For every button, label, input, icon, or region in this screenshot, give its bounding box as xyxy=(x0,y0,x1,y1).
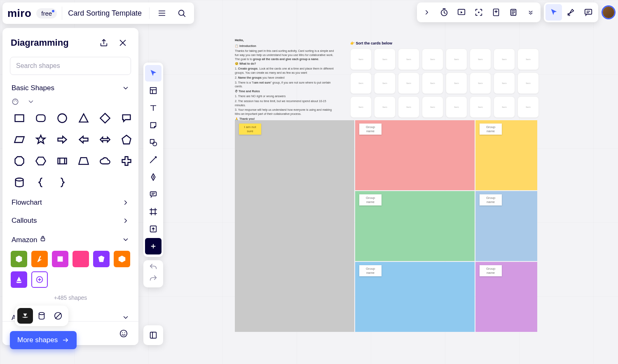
no-app-icon[interactable] xyxy=(50,308,66,324)
sort-card[interactable]: Item xyxy=(350,96,372,118)
sort-card[interactable]: Item xyxy=(398,72,419,94)
group-note[interactable]: Group name xyxy=(359,124,382,135)
shape-triangle[interactable] xyxy=(75,110,92,127)
group-zone-1[interactable]: Group name xyxy=(355,120,475,190)
shape-arrow-left[interactable] xyxy=(75,131,92,148)
sort-card[interactable]: Item xyxy=(350,49,372,70)
tool-add-more[interactable] xyxy=(145,238,162,254)
shape-rounded-rect[interactable] xyxy=(32,110,49,127)
shape-predef-process[interactable] xyxy=(54,152,71,170)
presentation-icon[interactable] xyxy=(453,4,470,21)
sort-card[interactable]: Item xyxy=(470,96,491,118)
sort-card[interactable]: Item xyxy=(470,49,491,70)
sort-card[interactable]: Item xyxy=(374,49,396,70)
board-title[interactable]: Card Sorting Template xyxy=(62,7,144,20)
sort-card[interactable]: Item xyxy=(446,49,467,70)
group-note[interactable]: Group name xyxy=(359,194,382,205)
shape-cylinder[interactable] xyxy=(11,174,28,191)
group-zone-5[interactable]: Group name xyxy=(355,262,475,332)
close-icon[interactable] xyxy=(115,35,130,50)
section-basic-shapes[interactable]: Basic Shapes xyxy=(8,79,133,97)
group-zone-notsure[interactable]: I am not sure xyxy=(235,120,354,332)
frame-focus-icon[interactable] xyxy=(471,4,487,21)
user-avatar[interactable] xyxy=(602,5,616,19)
sort-card[interactable]: Item xyxy=(374,96,396,118)
search-icon[interactable] xyxy=(174,6,189,21)
section-flowchart[interactable]: Flowchart xyxy=(8,194,133,212)
voting-icon[interactable] xyxy=(488,4,504,21)
board-content[interactable]: Hello, 📋 Introduction Thanks for taking … xyxy=(231,38,593,348)
aws-route53-icon[interactable] xyxy=(93,251,110,267)
shape-cross[interactable] xyxy=(118,152,135,170)
shape-arrow-both[interactable] xyxy=(96,131,114,148)
shape-trapezoid[interactable] xyxy=(75,152,92,170)
tool-line[interactable] xyxy=(145,152,162,168)
undo-button[interactable] xyxy=(149,263,158,273)
group-zone-2[interactable]: Group name xyxy=(475,120,537,190)
export-icon[interactable] xyxy=(96,35,111,50)
notes-icon[interactable] xyxy=(505,4,522,21)
tool-templates[interactable] xyxy=(145,82,162,99)
sort-card[interactable]: Item xyxy=(494,49,515,70)
sort-card[interactable]: Item xyxy=(517,72,539,94)
sort-card[interactable]: Item xyxy=(494,96,515,118)
hamburger-icon[interactable] xyxy=(154,6,169,21)
tool-frame[interactable] xyxy=(145,203,162,220)
expand-right-icon[interactable] xyxy=(419,4,435,21)
shape-diamond[interactable] xyxy=(96,110,114,127)
aws-lambda-icon[interactable] xyxy=(31,251,48,267)
group-zone-4[interactable]: Group name xyxy=(475,191,537,261)
sort-card[interactable]: Item xyxy=(470,72,491,94)
apply-colors-row[interactable] xyxy=(8,97,133,110)
sort-card[interactable]: Item xyxy=(398,96,419,118)
shape-star[interactable] xyxy=(32,131,49,148)
db-app-icon[interactable] xyxy=(34,308,49,324)
shape-parallelogram[interactable] xyxy=(11,131,28,148)
shape-octagon[interactable] xyxy=(11,152,28,170)
aws-ec2-icon[interactable] xyxy=(114,251,130,267)
aws-apigw-icon[interactable] xyxy=(73,251,89,267)
group-zone-6[interactable]: Group name xyxy=(475,262,537,332)
cursor-mode-icon[interactable] xyxy=(545,4,562,21)
shape-arrow-right[interactable] xyxy=(54,131,71,148)
group-note[interactable]: Group name xyxy=(359,265,382,276)
sort-card[interactable]: Item xyxy=(517,49,539,70)
shape-search-input[interactable] xyxy=(10,57,131,75)
tool-text[interactable] xyxy=(145,100,162,116)
aws-ecs-icon[interactable] xyxy=(52,251,68,267)
tool-upload[interactable] xyxy=(145,221,162,237)
tool-shape[interactable] xyxy=(145,134,162,151)
shape-hexagon[interactable] xyxy=(32,152,49,170)
aws-s3-icon[interactable] xyxy=(11,251,27,267)
timer-icon[interactable] xyxy=(436,4,452,21)
tool-pen[interactable] xyxy=(145,169,162,185)
aws-vpc-icon[interactable] xyxy=(31,271,48,288)
comment-mode-icon[interactable] xyxy=(580,4,597,21)
group-zones[interactable]: Group name Group name I am not sure Grou… xyxy=(235,120,537,332)
emoji-icon[interactable] xyxy=(116,326,131,341)
sort-card[interactable]: Item xyxy=(446,72,467,94)
tool-select[interactable] xyxy=(145,65,162,82)
miro-logo[interactable]: miro xyxy=(7,7,31,20)
aws-app-icon[interactable] xyxy=(17,308,33,324)
shape-pentagon[interactable] xyxy=(118,131,135,148)
sort-card[interactable]: Item xyxy=(422,96,443,118)
shape-brace-right[interactable] xyxy=(54,174,71,191)
shape-cloud[interactable] xyxy=(96,152,114,170)
section-callouts[interactable]: Callouts xyxy=(8,212,133,230)
shape-brace-left[interactable] xyxy=(32,174,49,191)
sort-card[interactable]: Item xyxy=(350,72,372,94)
group-zone-3[interactable]: Group name xyxy=(355,191,475,261)
tool-comment[interactable] xyxy=(145,186,162,203)
aws-sail-icon[interactable] xyxy=(11,271,27,288)
sort-card[interactable]: Item xyxy=(517,96,539,118)
sort-card[interactable]: Item xyxy=(422,49,443,70)
sort-card[interactable]: Item xyxy=(398,49,419,70)
sort-card[interactable]: Item xyxy=(422,72,443,94)
collapse-toolbar-button[interactable] xyxy=(143,325,163,345)
tool-sticky[interactable] xyxy=(145,117,162,133)
plan-chip[interactable]: free xyxy=(36,8,57,19)
section-amazon[interactable]: Amazon xyxy=(8,230,133,249)
sort-card[interactable]: Item xyxy=(446,96,467,118)
shape-speech-bubble[interactable] xyxy=(118,110,135,127)
